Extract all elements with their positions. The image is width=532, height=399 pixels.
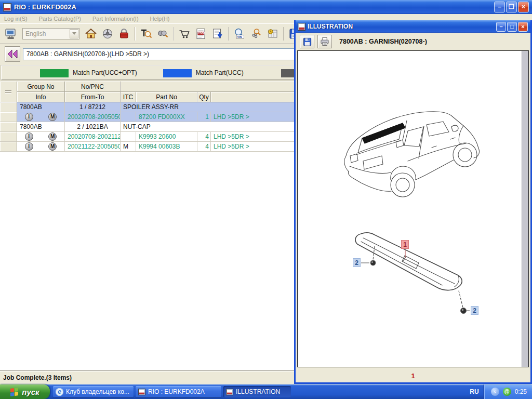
- illustration-titlebar[interactable]: ILLUSTRATION – □ ×: [296, 20, 530, 33]
- menu-help[interactable]: Help(H): [150, 16, 170, 22]
- col-itc[interactable]: ITC: [121, 92, 136, 102]
- page-number: 1: [411, 372, 415, 380]
- part-no-cell[interactable]: K9993 20600: [136, 132, 197, 142]
- vin-search-icon[interactable]: VIN: [232, 26, 247, 41]
- callout-1[interactable]: 1: [401, 240, 409, 249]
- menu-login[interactable]: Log in(S): [4, 16, 28, 22]
- internet-explorer-icon: e: [56, 388, 63, 396]
- maximize-button[interactable]: □: [507, 22, 517, 32]
- qty-cell[interactable]: 1: [197, 112, 211, 122]
- info-cell: I M: [17, 112, 65, 122]
- info-i-button[interactable]: I: [25, 142, 33, 151]
- rio-app-icon: [226, 389, 233, 395]
- combo-arrow-icon[interactable]: [70, 29, 78, 38]
- menu-parts-catalog[interactable]: Parts Catalog(P): [39, 16, 81, 22]
- info-i-button[interactable]: I: [25, 132, 33, 141]
- row-header[interactable]: [0, 132, 17, 142]
- callout-2-right[interactable]: 2: [471, 306, 478, 315]
- remote-monitor-icon[interactable]: [4, 26, 18, 41]
- legend-label-ucc: Match Part(UCC): [196, 69, 244, 76]
- taskbar-button-label: RIO : EURKFD002A: [148, 388, 205, 395]
- start-button[interactable]: пуск: [0, 384, 50, 399]
- canvas-scrollbar[interactable]: [522, 51, 528, 367]
- illustration-canvas[interactable]: 1 2 2: [297, 50, 529, 367]
- row-header[interactable]: [0, 112, 17, 122]
- cart-icon[interactable]: [177, 26, 192, 41]
- illustration-window[interactable]: ILLUSTRATION – □ × 7800AB : GARNISH(0207…: [294, 20, 532, 384]
- itc-cell[interactable]: M: [121, 142, 136, 152]
- pnc-cell[interactable]: 2 / 1021BA: [65, 122, 121, 132]
- info-m-button[interactable]: M: [48, 113, 57, 121]
- taskbar-button-label: Клуб владельцев ко...: [66, 388, 129, 395]
- minimize-button[interactable]: –: [494, 2, 505, 12]
- car-drawing: [340, 109, 496, 208]
- menu-part-information[interactable]: Part Information(I): [92, 16, 139, 22]
- from-to-cell[interactable]: 20020708-2002112: [65, 132, 121, 142]
- text-search-icon[interactable]: [139, 26, 153, 41]
- info-i-button[interactable]: I: [25, 113, 33, 121]
- language-value: English: [23, 30, 70, 37]
- qty-cell[interactable]: 4: [197, 142, 211, 152]
- col-info[interactable]: Info: [17, 92, 65, 102]
- row-header[interactable]: [0, 122, 17, 132]
- main-titlebar[interactable]: RIO : EURKFD002A – ❐ ×: [0, 0, 532, 14]
- info-m-button[interactable]: M: [48, 132, 57, 141]
- start-label: пуск: [22, 388, 39, 396]
- itc-cell[interactable]: [121, 112, 136, 122]
- pnc-cell[interactable]: 1 / 87212: [65, 102, 121, 112]
- print-button[interactable]: [317, 35, 332, 48]
- home-icon[interactable]: [84, 26, 98, 41]
- taskbar-button-rio[interactable]: RIO : EURKFD002A: [136, 386, 221, 397]
- taskbar-clock[interactable]: 0:25: [515, 388, 527, 395]
- code-icon-label: CODE: [198, 32, 205, 34]
- row-header[interactable]: [0, 102, 17, 112]
- steering-wheel-icon[interactable]: [100, 26, 115, 41]
- col-group-no[interactable]: Group No: [17, 82, 65, 92]
- part-no-cell[interactable]: 87200 FD000XX: [136, 112, 197, 122]
- advanced-search-icon[interactable]: [155, 26, 170, 41]
- restore-button[interactable]: ❐: [506, 2, 517, 12]
- taskbar-button-illustration[interactable]: ILLUSTRATION: [223, 386, 291, 397]
- parts-search-icon[interactable]: [249, 26, 263, 41]
- language-select[interactable]: English: [22, 28, 79, 39]
- taskbar: пуск e Клуб владельцев ко... RIO : EURKF…: [0, 384, 532, 399]
- close-button[interactable]: ×: [518, 2, 529, 12]
- from-to-cell[interactable]: 20021122-2005050: [65, 142, 121, 152]
- group-no-cell[interactable]: 7800AB: [17, 122, 65, 132]
- status-text: Job Complete.(3 Items): [0, 374, 72, 381]
- from-to-cell[interactable]: 20020708-2005050: [65, 112, 121, 122]
- main-window-title: RIO : EURKFD002A: [14, 3, 494, 11]
- toolbar-separator: [173, 27, 174, 41]
- lock-icon[interactable]: [117, 26, 131, 41]
- legend-label-ucc-opt: Match Part(UCC+OPT): [73, 69, 137, 76]
- back-button[interactable]: [5, 46, 20, 62]
- illustration-header: 7800AB : GARNISH(020708-): [339, 38, 427, 45]
- messenger-at-icon[interactable]: @: [503, 388, 511, 396]
- schedule-icon[interactable]: [265, 26, 280, 41]
- part-no-cell[interactable]: K9994 00603B: [136, 142, 197, 152]
- minimize-button[interactable]: –: [496, 22, 506, 32]
- col-from-to[interactable]: From-To: [65, 92, 121, 102]
- taskbar-button-label: ILLUSTRATION: [236, 388, 280, 395]
- itc-cell[interactable]: [121, 132, 136, 142]
- current-path-field[interactable]: 7800AB : GARNISH(020708-)(LHD >5DR >): [23, 48, 303, 60]
- group-no-cell[interactable]: 7800AB: [17, 102, 65, 112]
- language-indicator[interactable]: RU: [470, 388, 478, 395]
- col-qty[interactable]: Qty: [197, 92, 211, 102]
- legend-swatch-blue: [163, 69, 192, 77]
- info-m-button[interactable]: M: [48, 142, 57, 151]
- code-document-icon[interactable]: CODE: [194, 26, 208, 41]
- close-button[interactable]: ×: [518, 22, 528, 32]
- callout-2-left[interactable]: 2: [353, 258, 361, 267]
- col-no-pnc[interactable]: No/PNC: [65, 82, 121, 92]
- save-illustration-button[interactable]: [300, 35, 314, 48]
- qty-cell[interactable]: 4: [197, 132, 211, 142]
- illustration-toolbar: 7800AB : GARNISH(020708-): [296, 33, 530, 50]
- taskbar-button-browser[interactable]: e Клуб владельцев ко...: [53, 386, 134, 397]
- row-selector-header[interactable]: [0, 82, 17, 102]
- export-save-icon[interactable]: [210, 26, 225, 41]
- collapse-chevron-icon[interactable]: ‹: [491, 388, 499, 396]
- rio-app-icon: [138, 389, 145, 395]
- col-part-no[interactable]: Part No: [136, 92, 197, 102]
- row-header[interactable]: [0, 142, 17, 152]
